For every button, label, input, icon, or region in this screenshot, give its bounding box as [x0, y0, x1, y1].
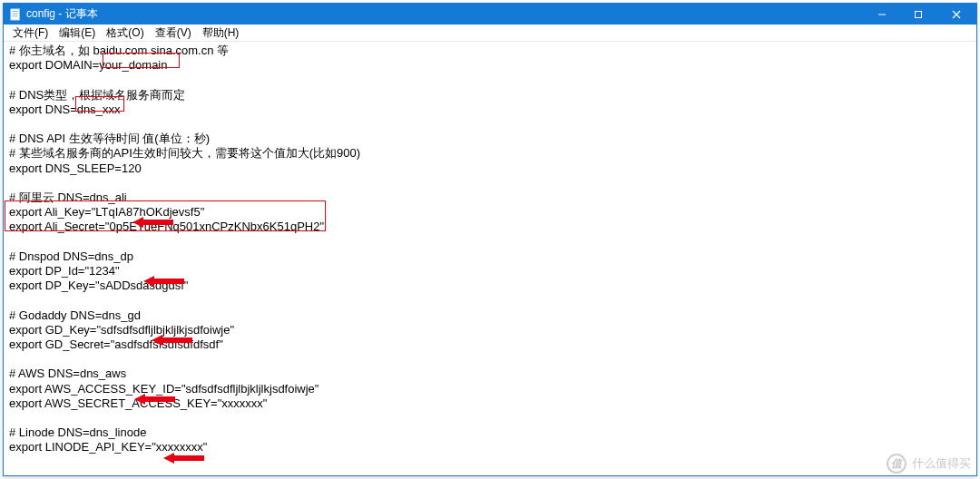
line: # Dnspod DNS=dns_dp	[9, 249, 133, 263]
close-button[interactable]	[936, 4, 976, 24]
line: # AWS DNS=dns_aws	[9, 367, 126, 380]
notepad-window: config - 记事本 文件(F) 编辑(E) 格式(O) 查看(V) 帮助(…	[3, 3, 977, 476]
watermark-icon: 值	[887, 454, 906, 474]
text-area[interactable]: # 你主域名，如 baidu.com sina.com.cn 等 export …	[4, 42, 976, 475]
line: export DNS_SLEEP=120	[9, 161, 142, 175]
line: export GD_Secret="asdfsdfsfsdfsdfdfsdf"	[9, 337, 223, 351]
line: export DNS=dns_xxx	[9, 103, 120, 116]
line: # 阿里云 DNS=dns_ali	[9, 191, 127, 204]
annotation-layer	[4, 42, 976, 475]
watermark: 值 什么值得买	[887, 454, 971, 474]
arrow-icon	[163, 423, 204, 435]
window-title: config - 记事本	[26, 6, 864, 22]
line: export AWS_SECRET_ACCESS_KEY="xxxxxxx"	[9, 396, 267, 410]
line: export DOMAIN=your_domain	[9, 58, 168, 72]
arrow-icon	[143, 246, 184, 259]
watermark-text: 什么值得买	[912, 455, 971, 472]
maximize-button[interactable]	[900, 4, 936, 24]
line: # DNS API 生效等待时间 值(单位：秒)	[9, 132, 210, 145]
arrow-icon	[134, 364, 175, 376]
svg-rect-0	[11, 8, 20, 19]
menu-help[interactable]: 帮助(H)	[197, 24, 245, 42]
line: export LINODE_API_KEY="xxxxxxxx"	[9, 440, 207, 454]
line: # DNS类型，根据域名服务商而定	[9, 88, 185, 102]
menubar: 文件(F) 编辑(E) 格式(O) 查看(V) 帮助(H)	[4, 24, 976, 42]
svg-marker-12	[163, 453, 204, 464]
menu-edit[interactable]: 编辑(E)	[54, 24, 101, 42]
line: # 某些域名服务商的API生效时间较大，需要将这个值加大(比如900)	[9, 146, 360, 160]
line: # Godaddy DNS=dns_gd	[9, 308, 141, 322]
arrow-icon	[132, 187, 173, 200]
app-icon	[9, 8, 22, 21]
minimize-button[interactable]	[864, 4, 900, 24]
line: export Ali_Key="LTqIA87hOKdjevsf5"	[9, 205, 204, 219]
svg-rect-5	[916, 11, 922, 17]
menu-file[interactable]: 文件(F)	[7, 24, 54, 42]
line: # 你主域名，如 baidu.com sina.com.cn 等	[9, 44, 229, 57]
titlebar[interactable]: config - 记事本	[4, 4, 976, 24]
window-controls	[864, 4, 976, 24]
menu-view[interactable]: 查看(V)	[150, 24, 197, 42]
menu-format[interactable]: 格式(O)	[101, 24, 149, 42]
line: export AWS_ACCESS_KEY_ID="sdfsdfsdfljlbj…	[9, 382, 318, 396]
arrow-icon	[152, 305, 192, 318]
line: export DP_Key="sADDsdasdgdsf"	[9, 279, 188, 292]
line: export GD_Key="sdfsdfsdfljlbjkljlkjsdfoi…	[9, 323, 234, 337]
line: export Ali_Secret="0p5EYueFNq501xnCPzKNb…	[9, 220, 324, 233]
line: export DP_Id="1234"	[9, 264, 120, 278]
line: # Linode DNS=dns_linode	[9, 425, 146, 439]
